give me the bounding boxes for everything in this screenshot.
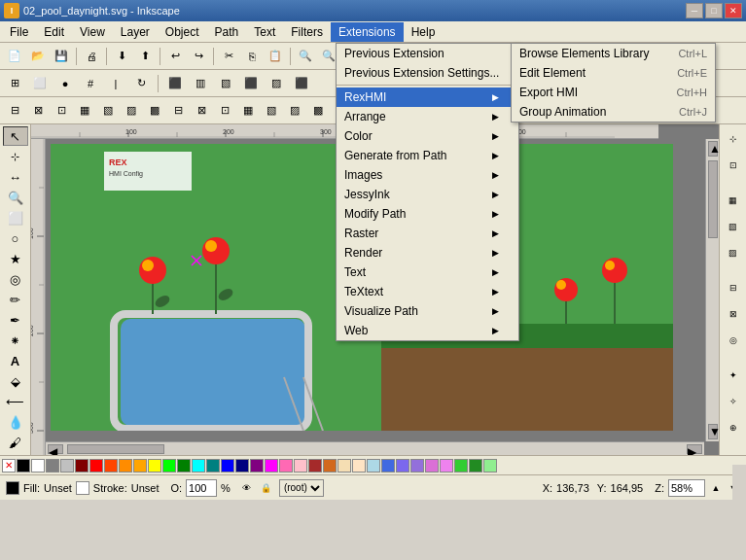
- menu-object[interactable]: Object: [158, 22, 207, 42]
- tb-snap4[interactable]: ▦: [74, 100, 95, 122]
- pal-gray[interactable]: [46, 459, 59, 472]
- snap-btn1[interactable]: ⊹: [721, 126, 746, 152]
- paste-button[interactable]: 📋: [265, 46, 286, 67]
- ext-color[interactable]: Color ▶: [337, 126, 518, 146]
- pal-limegreen[interactable]: [454, 459, 468, 472]
- tb-snap5[interactable]: ▧: [97, 100, 119, 122]
- zoom-tool[interactable]: 🔍: [3, 188, 28, 207]
- pal-none[interactable]: ✕: [2, 459, 16, 472]
- save-button[interactable]: 💾: [51, 46, 72, 67]
- align-right[interactable]: ▧: [215, 73, 236, 94]
- titlebar-controls[interactable]: ─ □ ✕: [686, 3, 742, 18]
- fill-swatch[interactable]: [6, 481, 19, 495]
- pal-orchid[interactable]: [425, 459, 439, 472]
- menu-text[interactable]: Text: [246, 22, 283, 42]
- pal-green[interactable]: [177, 459, 191, 472]
- rexhmi-edit[interactable]: Edit Element Ctrl+E: [512, 63, 715, 83]
- pen-tool[interactable]: ✒: [3, 311, 28, 331]
- snap-btn9[interactable]: ✦: [721, 363, 746, 388]
- pal-forestgreen[interactable]: [469, 459, 482, 472]
- display-btn1[interactable]: 👁: [238, 479, 256, 497]
- select-tool[interactable]: ↖: [3, 126, 28, 146]
- vscrollbar[interactable]: ▲ ▼: [705, 139, 719, 441]
- menu-help[interactable]: Help: [404, 22, 444, 42]
- ext-jessyink[interactable]: JessyInk ▶: [337, 185, 518, 204]
- tb-snap2[interactable]: ⊠: [27, 100, 49, 122]
- tb-snap10[interactable]: ⊡: [214, 100, 235, 122]
- display-btn2[interactable]: 🔒: [258, 479, 275, 497]
- snap-grid[interactable]: #: [80, 73, 101, 94]
- menu-layer[interactable]: Layer: [113, 22, 158, 42]
- snap-btn5[interactable]: ▨: [721, 240, 746, 265]
- pal-violet[interactable]: [440, 459, 453, 472]
- pal-chocolate[interactable]: [323, 459, 337, 472]
- hscroll-right[interactable]: ▶: [687, 444, 702, 454]
- snap-toggle[interactable]: ⊞: [4, 73, 25, 94]
- hscrollbar[interactable]: ◀ ▶: [46, 441, 704, 455]
- zoom-in-button[interactable]: 🔍: [295, 46, 316, 67]
- align-bottom[interactable]: ⬛: [291, 73, 312, 94]
- vscroll-up[interactable]: ▲: [708, 141, 718, 157]
- ext-web[interactable]: Web ▶: [337, 321, 518, 340]
- pal-royalblue[interactable]: [381, 459, 395, 472]
- pal-darkorange[interactable]: [119, 459, 132, 472]
- menu-path[interactable]: Path: [207, 22, 247, 42]
- snap-btn7[interactable]: ⊠: [721, 301, 746, 327]
- snap-btn8[interactable]: ◎: [721, 328, 746, 353]
- pal-purple[interactable]: [250, 459, 264, 472]
- snap-nodes[interactable]: ●: [54, 73, 76, 94]
- ext-render[interactable]: Render ▶: [337, 243, 518, 262]
- pal-bisque[interactable]: [352, 459, 366, 472]
- cut-button[interactable]: ✂: [218, 46, 239, 67]
- snap-btn6[interactable]: ⊟: [721, 275, 746, 300]
- opacity-input[interactable]: [186, 479, 217, 497]
- tb-snap6[interactable]: ▨: [121, 100, 142, 122]
- ext-raster[interactable]: Raster ▶: [337, 224, 518, 243]
- redo-button[interactable]: ↪: [188, 46, 209, 67]
- connector-tool[interactable]: ⟵: [3, 393, 28, 412]
- tb-snap11[interactable]: ▦: [237, 100, 259, 122]
- paint-tool[interactable]: 🖌: [3, 434, 28, 453]
- pal-orangered[interactable]: [104, 459, 118, 472]
- pal-pink[interactable]: [294, 459, 307, 472]
- tb-snap9[interactable]: ⊠: [191, 100, 212, 122]
- snap-btn2[interactable]: ⊡: [721, 153, 746, 178]
- spiral-tool[interactable]: ◎: [3, 269, 28, 289]
- ext-images[interactable]: Images ▶: [337, 165, 518, 185]
- undo-button[interactable]: ↩: [164, 46, 186, 67]
- menu-filters[interactable]: Filters: [283, 22, 331, 42]
- pal-wheat[interactable]: [337, 459, 351, 472]
- text-tool[interactable]: A: [3, 352, 28, 371]
- pal-hotpink[interactable]: [279, 459, 293, 472]
- pal-lightblue[interactable]: [367, 459, 380, 472]
- tb-snap1[interactable]: ⊟: [4, 100, 25, 122]
- snap-btn3[interactable]: ▦: [721, 188, 746, 213]
- pal-lime[interactable]: [162, 459, 176, 472]
- pal-yellow[interactable]: [148, 459, 161, 472]
- node-tool[interactable]: ⊹: [3, 147, 28, 166]
- pal-teal[interactable]: [206, 459, 220, 472]
- new-button[interactable]: 📄: [4, 46, 25, 67]
- ext-modify[interactable]: Modify Path ▶: [337, 204, 518, 224]
- menu-edit[interactable]: Edit: [36, 22, 72, 42]
- stroke-swatch[interactable]: [76, 481, 89, 495]
- pal-cyan[interactable]: [192, 459, 205, 472]
- snap-btn11[interactable]: ⊕: [721, 415, 746, 440]
- ext-prev-settings[interactable]: Previous Extension Settings...: [337, 63, 518, 83]
- menu-file[interactable]: File: [2, 22, 36, 42]
- pal-lightgreen[interactable]: [483, 459, 497, 472]
- vscroll-down[interactable]: ▼: [708, 424, 718, 439]
- pal-medslateblue[interactable]: [396, 459, 409, 472]
- gradient-tool[interactable]: ⬙: [3, 372, 28, 392]
- rexhmi-group[interactable]: Group Animation Ctrl+J: [512, 102, 715, 122]
- ext-arrange[interactable]: Arrange ▶: [337, 107, 518, 126]
- rexhmi-browse[interactable]: Browse Elements Library Ctrl+L: [512, 44, 715, 63]
- star-tool[interactable]: ★: [3, 249, 28, 268]
- hscroll-thumb[interactable]: [67, 444, 164, 454]
- print-button[interactable]: 🖨: [81, 46, 102, 67]
- pal-white[interactable]: [31, 459, 45, 472]
- close-button[interactable]: ✕: [725, 3, 742, 18]
- tb-snap12[interactable]: ▧: [261, 100, 282, 122]
- zoom-up[interactable]: ▲: [709, 479, 723, 497]
- minimize-button[interactable]: ─: [686, 3, 703, 18]
